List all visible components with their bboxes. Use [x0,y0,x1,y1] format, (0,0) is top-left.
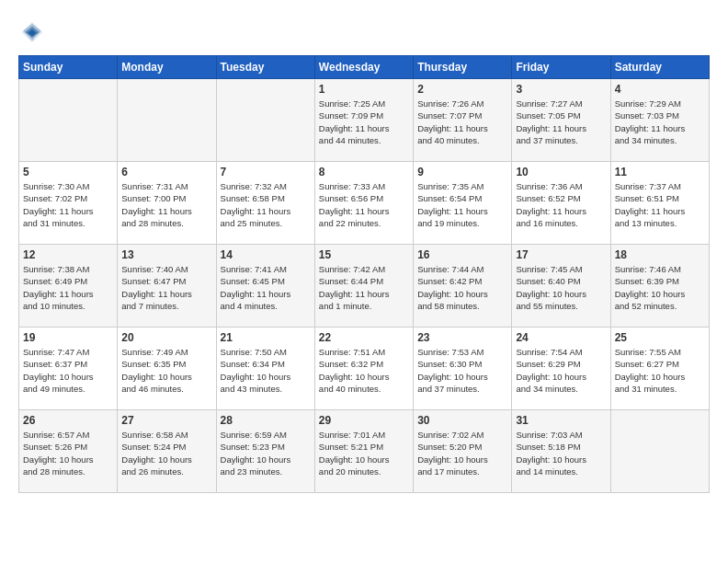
calendar-cell: 8Sunrise: 7:33 AM Sunset: 6:56 PM Daylig… [314,162,413,245]
calendar-cell: 3Sunrise: 7:27 AM Sunset: 7:05 PM Daylig… [512,79,610,162]
day-info: Sunrise: 7:02 AM Sunset: 5:20 PM Dayligh… [417,429,507,477]
day-info: Sunrise: 7:53 AM Sunset: 6:30 PM Dayligh… [417,346,507,395]
weekday-header-wednesday: Wednesday [314,56,413,79]
calendar-cell: 18Sunrise: 7:46 AM Sunset: 6:39 PM Dayli… [610,245,709,327]
calendar-cell: 15Sunrise: 7:42 AM Sunset: 6:44 PM Dayli… [314,245,413,327]
calendar-cell: 17Sunrise: 7:45 AM Sunset: 6:40 PM Dayli… [512,245,610,327]
calendar-table: SundayMondayTuesdayWednesdayThursdayFrid… [18,55,710,493]
page-header [18,18,710,46]
day-number: 21 [221,331,311,344]
day-info: Sunrise: 7:27 AM Sunset: 7:05 PM Dayligh… [516,98,606,146]
day-number: 17 [516,248,606,261]
calendar-cell [610,410,709,493]
day-number: 6 [121,166,211,178]
weekday-header-thursday: Thursday [414,56,512,79]
calendar-cell: 30Sunrise: 7:02 AM Sunset: 5:20 PM Dayli… [414,410,512,493]
day-number: 5 [23,166,113,178]
day-info: Sunrise: 7:44 AM Sunset: 6:42 PM Dayligh… [417,263,507,312]
day-info: Sunrise: 7:50 AM Sunset: 6:34 PM Dayligh… [221,346,311,395]
calendar-cell: 2Sunrise: 7:26 AM Sunset: 7:07 PM Daylig… [414,79,512,162]
weekday-header-monday: Monday [118,56,216,79]
day-number: 14 [221,248,311,261]
day-info: Sunrise: 7:47 AM Sunset: 6:37 PM Dayligh… [23,346,113,395]
calendar-cell: 1Sunrise: 7:25 AM Sunset: 7:09 PM Daylig… [314,79,413,162]
day-number: 16 [417,248,507,261]
weekday-header-friday: Friday [512,56,610,79]
weekday-header-sunday: Sunday [19,56,118,79]
day-info: Sunrise: 7:35 AM Sunset: 6:54 PM Dayligh… [417,180,507,229]
day-info: Sunrise: 7:25 AM Sunset: 7:09 PM Dayligh… [319,98,409,146]
calendar-week-row: 26Sunrise: 6:57 AM Sunset: 5:26 PM Dayli… [19,410,710,493]
calendar-cell: 19Sunrise: 7:47 AM Sunset: 6:37 PM Dayli… [19,327,118,410]
calendar-cell: 5Sunrise: 7:30 AM Sunset: 7:02 PM Daylig… [19,162,118,245]
calendar-cell: 21Sunrise: 7:50 AM Sunset: 6:34 PM Dayli… [216,327,314,410]
calendar-cell: 16Sunrise: 7:44 AM Sunset: 6:42 PM Dayli… [414,245,512,327]
day-info: Sunrise: 7:51 AM Sunset: 6:32 PM Dayligh… [319,346,409,395]
day-number: 12 [23,248,113,261]
calendar-cell: 4Sunrise: 7:29 AM Sunset: 7:03 PM Daylig… [610,79,709,162]
day-number: 18 [615,248,705,261]
day-info: Sunrise: 7:03 AM Sunset: 5:18 PM Dayligh… [516,429,606,477]
calendar-cell: 23Sunrise: 7:53 AM Sunset: 6:30 PM Dayli… [414,327,512,410]
weekday-header-tuesday: Tuesday [216,56,314,79]
day-number: 7 [221,166,311,178]
day-number: 9 [417,166,507,178]
day-number: 24 [516,331,606,344]
logo [18,18,50,46]
day-number: 4 [615,83,705,96]
calendar-week-row: 19Sunrise: 7:47 AM Sunset: 6:37 PM Dayli… [19,327,710,410]
day-number: 25 [615,331,705,344]
calendar-cell: 6Sunrise: 7:31 AM Sunset: 7:00 PM Daylig… [118,162,216,245]
calendar-cell: 11Sunrise: 7:37 AM Sunset: 6:51 PM Dayli… [610,162,709,245]
day-number: 27 [121,414,211,427]
calendar-cell: 20Sunrise: 7:49 AM Sunset: 6:35 PM Dayli… [118,327,216,410]
day-number: 1 [319,83,409,96]
day-info: Sunrise: 7:42 AM Sunset: 6:44 PM Dayligh… [319,263,409,312]
calendar-cell: 7Sunrise: 7:32 AM Sunset: 6:58 PM Daylig… [216,162,314,245]
day-number: 15 [319,248,409,261]
day-info: Sunrise: 7:29 AM Sunset: 7:03 PM Dayligh… [615,98,705,146]
day-info: Sunrise: 7:31 AM Sunset: 7:00 PM Dayligh… [121,180,211,229]
calendar-cell: 26Sunrise: 6:57 AM Sunset: 5:26 PM Dayli… [19,410,118,493]
day-number: 8 [319,166,409,178]
logo-icon [18,18,46,46]
day-info: Sunrise: 7:36 AM Sunset: 6:52 PM Dayligh… [516,180,606,229]
calendar-cell: 22Sunrise: 7:51 AM Sunset: 6:32 PM Dayli… [314,327,413,410]
day-info: Sunrise: 7:45 AM Sunset: 6:40 PM Dayligh… [516,263,606,312]
calendar-cell: 24Sunrise: 7:54 AM Sunset: 6:29 PM Dayli… [512,327,610,410]
day-info: Sunrise: 7:30 AM Sunset: 7:02 PM Dayligh… [23,180,113,229]
day-number: 30 [417,414,507,427]
day-number: 13 [121,248,211,261]
day-info: Sunrise: 7:37 AM Sunset: 6:51 PM Dayligh… [615,180,705,229]
calendar-cell: 14Sunrise: 7:41 AM Sunset: 6:45 PM Dayli… [216,245,314,327]
day-info: Sunrise: 7:38 AM Sunset: 6:49 PM Dayligh… [23,263,113,312]
day-number: 19 [23,331,113,344]
day-info: Sunrise: 6:57 AM Sunset: 5:26 PM Dayligh… [23,429,113,477]
day-info: Sunrise: 6:58 AM Sunset: 5:24 PM Dayligh… [121,429,211,477]
day-info: Sunrise: 6:59 AM Sunset: 5:23 PM Dayligh… [221,429,311,477]
day-info: Sunrise: 7:49 AM Sunset: 6:35 PM Dayligh… [121,346,211,395]
day-info: Sunrise: 7:46 AM Sunset: 6:39 PM Dayligh… [615,263,705,312]
day-info: Sunrise: 7:33 AM Sunset: 6:56 PM Dayligh… [319,180,409,229]
calendar-cell: 10Sunrise: 7:36 AM Sunset: 6:52 PM Dayli… [512,162,610,245]
day-number: 28 [221,414,311,427]
day-number: 29 [319,414,409,427]
calendar-cell: 13Sunrise: 7:40 AM Sunset: 6:47 PM Dayli… [118,245,216,327]
calendar-cell: 25Sunrise: 7:55 AM Sunset: 6:27 PM Dayli… [610,327,709,410]
day-number: 22 [319,331,409,344]
day-number: 11 [615,166,705,178]
calendar-week-row: 12Sunrise: 7:38 AM Sunset: 6:49 PM Dayli… [19,245,710,327]
calendar-cell [19,79,118,162]
calendar-cell: 9Sunrise: 7:35 AM Sunset: 6:54 PM Daylig… [414,162,512,245]
calendar-cell [118,79,216,162]
calendar-week-row: 1Sunrise: 7:25 AM Sunset: 7:09 PM Daylig… [19,79,710,162]
calendar-cell [216,79,314,162]
calendar-week-row: 5Sunrise: 7:30 AM Sunset: 7:02 PM Daylig… [19,162,710,245]
day-info: Sunrise: 7:01 AM Sunset: 5:21 PM Dayligh… [319,429,409,477]
day-number: 2 [417,83,507,96]
day-info: Sunrise: 7:40 AM Sunset: 6:47 PM Dayligh… [121,263,211,312]
day-info: Sunrise: 7:32 AM Sunset: 6:58 PM Dayligh… [221,180,311,229]
calendar-cell: 12Sunrise: 7:38 AM Sunset: 6:49 PM Dayli… [19,245,118,327]
day-number: 20 [121,331,211,344]
day-info: Sunrise: 7:55 AM Sunset: 6:27 PM Dayligh… [615,346,705,395]
